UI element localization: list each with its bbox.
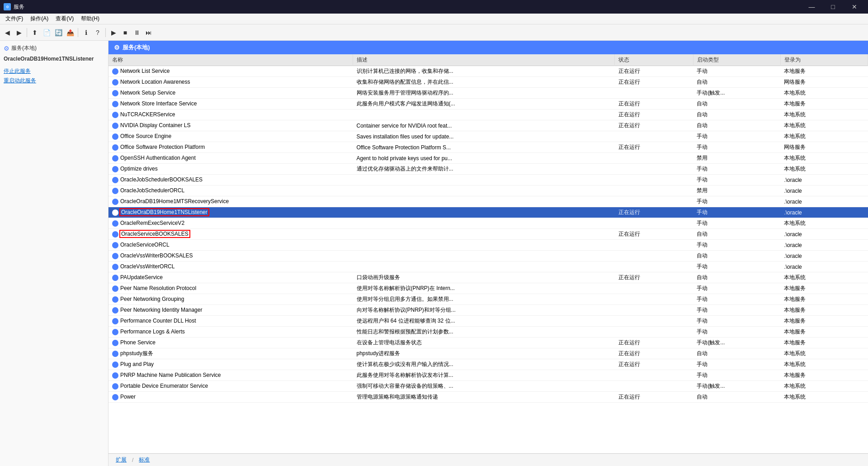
table-row[interactable]: phpstudy服务phpstudy进程服务正在运行自动本地系统 [108, 348, 868, 359]
service-logon-cell: .\oracle [780, 229, 868, 240]
service-name-text: Peer Networking Identity Manager [120, 307, 202, 313]
table-row[interactable]: OracleServiceORCL手动.\oracle [108, 240, 868, 251]
service-name-cell: Peer Networking Identity Manager [108, 305, 353, 316]
col-logon[interactable]: 登录为 [780, 54, 868, 66]
service-icon [112, 275, 118, 281]
table-row[interactable]: Office Source EngineSaves installation f… [108, 131, 868, 142]
service-logon-cell: 本地系统 [780, 88, 868, 99]
service-name-text: OracleJobSchedulerORCL [120, 187, 184, 194]
service-logon-cell: 本地服务 [780, 327, 868, 338]
service-name-cell: Phone Service [108, 338, 353, 348]
table-row[interactable]: Network Setup Service网络安装服务用于管理网络驱动程序的..… [108, 88, 868, 99]
service-icon [112, 220, 118, 227]
service-name-text: Plug and Play [120, 361, 154, 367]
menu-view[interactable]: 查看(V) [52, 14, 77, 24]
table-row[interactable]: Network List Service识别计算机已连接的网络，收集和存储...… [108, 66, 868, 77]
table-row[interactable]: Office Software Protection PlatformOffic… [108, 142, 868, 153]
table-row[interactable]: OracleVssWriterORCL手动.\oracle [108, 262, 868, 272]
service-status-cell [615, 196, 693, 207]
table-row[interactable]: Peer Networking Grouping使用对等分组启用多方通信。如果禁… [108, 294, 868, 305]
table-row[interactable]: OracleRemExecServiceV2手动本地系统 [108, 218, 868, 229]
service-name-text: OracleVssWriterORCL [120, 263, 175, 270]
service-name-cell: OracleOraDB19Home1MTSRecoveryService [108, 196, 353, 207]
col-startup[interactable]: 启动类型 [693, 54, 780, 66]
refresh-button[interactable]: 🔄 [53, 27, 64, 38]
service-desc-cell: phpstudy进程服务 [353, 348, 615, 359]
table-row[interactable]: OracleVssWriterBOOKSALES自动.\oracle [108, 251, 868, 262]
maximize-button[interactable]: □ [823, 0, 843, 14]
menu-action[interactable]: 操作(A) [27, 14, 52, 24]
table-row[interactable]: Network Location Awareness收集和存储网络的配置信息，并… [108, 77, 868, 88]
menu-file[interactable]: 文件(F) [2, 14, 27, 24]
table-row[interactable]: Phone Service在设备上管理电话服务状态正在运行手动(触发...本地服… [108, 338, 868, 348]
close-button[interactable]: ✕ [844, 0, 864, 14]
table-row[interactable]: OracleOraDB19Home1TNSListener正在运行手动.\ora… [108, 207, 868, 218]
restart-button[interactable]: ⏭ [143, 27, 154, 38]
service-desc-cell: 此服务向用户模式客户端发送网络通知(... [353, 99, 615, 109]
table-row[interactable]: Performance Counter DLL Host使远程用户和 64 位进… [108, 316, 868, 327]
table-row[interactable]: PAUpdateService口袋动画升级服务正在运行自动本地系统 [108, 272, 868, 283]
service-icon [112, 296, 118, 303]
table-row[interactable]: Performance Logs & Alerts性能日志和警报根据预配置的计划… [108, 327, 868, 338]
export-button[interactable]: 📤 [65, 27, 75, 38]
table-row[interactable]: OracleServiceBOOKSALES正在运行自动.\oracle [108, 229, 868, 240]
col-status[interactable]: 状态 [615, 54, 693, 66]
service-name-text: Peer Networking Grouping [120, 296, 184, 302]
service-icon [112, 101, 118, 107]
back-button[interactable]: ◀ [2, 27, 13, 38]
table-row[interactable]: OracleOraDB19Home1MTSRecoveryService手动.\… [108, 196, 868, 207]
service-icon [112, 285, 118, 292]
table-row[interactable]: NuTCRACKERService正在运行自动本地系统 [108, 109, 868, 120]
service-name-text: OpenSSH Authentication Agent [120, 155, 196, 161]
table-row[interactable]: Peer Name Resolution Protocol使用对等名称解析协议(… [108, 283, 868, 294]
properties-button[interactable]: ℹ [80, 27, 91, 38]
service-icon [112, 351, 118, 357]
services-table[interactable]: 名称 描述 状态 启动类型 登录为 Network List Service识别… [108, 54, 868, 453]
stop-service-link[interactable]: 停止此服务 [4, 67, 104, 75]
table-row[interactable]: Peer Networking Identity Manager向对等名称解析协… [108, 305, 868, 316]
service-name-cell: OracleRemExecServiceV2 [108, 218, 353, 229]
help2-button[interactable]: ? [92, 27, 103, 38]
service-startup-cell: 禁用 [693, 185, 780, 196]
play-button[interactable]: ▶ [108, 27, 119, 38]
table-row[interactable]: Network Store Interface Service此服务向用户模式客… [108, 99, 868, 109]
col-desc[interactable]: 描述 [353, 54, 615, 66]
service-status-cell: 正在运行 [615, 99, 693, 109]
service-name-text: Peer Name Resolution Protocol [120, 285, 196, 291]
service-status-cell [615, 294, 693, 305]
service-name-cell: NVIDIA Display Container LS [108, 120, 353, 131]
up-button[interactable]: ⬆ [29, 27, 40, 38]
col-name[interactable]: 名称 [108, 54, 353, 66]
forward-button[interactable]: ▶ [14, 27, 24, 38]
table-row[interactable]: Portable Device Enumerator Service强制可移动大… [108, 381, 868, 392]
table-row[interactable]: OracleJobSchedulerBOOKSALES手动.\oracle [108, 175, 868, 185]
service-name-cell: Peer Name Resolution Protocol [108, 283, 353, 294]
restart-service-link[interactable]: 重启动此服务 [4, 77, 104, 85]
table-row[interactable]: Power管理电源策略和电源策略通知传递正在运行自动本地系统 [108, 392, 868, 403]
table-row[interactable]: PNRP Machine Name Publication Service此服务… [108, 370, 868, 381]
service-status-cell [615, 240, 693, 251]
tab-standard[interactable]: 标准 [135, 455, 153, 465]
service-name-text: phpstudy服务 [120, 350, 153, 357]
service-desc-cell: 使用对等分组启用多方通信。如果禁用... [353, 294, 615, 305]
service-desc-cell [353, 240, 615, 251]
stop-button[interactable]: ■ [120, 27, 131, 38]
tab-extended[interactable]: 扩展 [112, 455, 130, 465]
table-row[interactable]: OpenSSH Authentication AgentAgent to hol… [108, 153, 868, 164]
menu-help[interactable]: 帮助(H) [77, 14, 103, 24]
service-logon-cell: 本地系统 [780, 153, 868, 164]
table-row[interactable]: Optimize drives通过优化存储驱动器上的文件来帮助计...手动本地系… [108, 164, 868, 175]
table-row[interactable]: NVIDIA Display Container LSContainer ser… [108, 120, 868, 131]
service-name-cell: Network Store Interface Service [108, 99, 353, 109]
show-hide-button[interactable]: 📄 [41, 27, 52, 38]
service-logon-cell: 本地系统 [780, 348, 868, 359]
pause-button[interactable]: ⏸ [132, 27, 142, 38]
service-icon [112, 394, 118, 400]
service-startup-cell: 手动 [693, 359, 780, 370]
minimize-button[interactable]: — [802, 0, 822, 14]
service-name-cell: OracleServiceBOOKSALES [108, 229, 353, 240]
service-startup-cell: 手动 [693, 240, 780, 251]
table-row[interactable]: Plug and Play使计算机在极少或没有用户输入的情况...正在运行手动本… [108, 359, 868, 370]
service-name-cell: Network Location Awareness [108, 77, 353, 88]
table-row[interactable]: OracleJobSchedulerORCL禁用.\oracle [108, 185, 868, 196]
